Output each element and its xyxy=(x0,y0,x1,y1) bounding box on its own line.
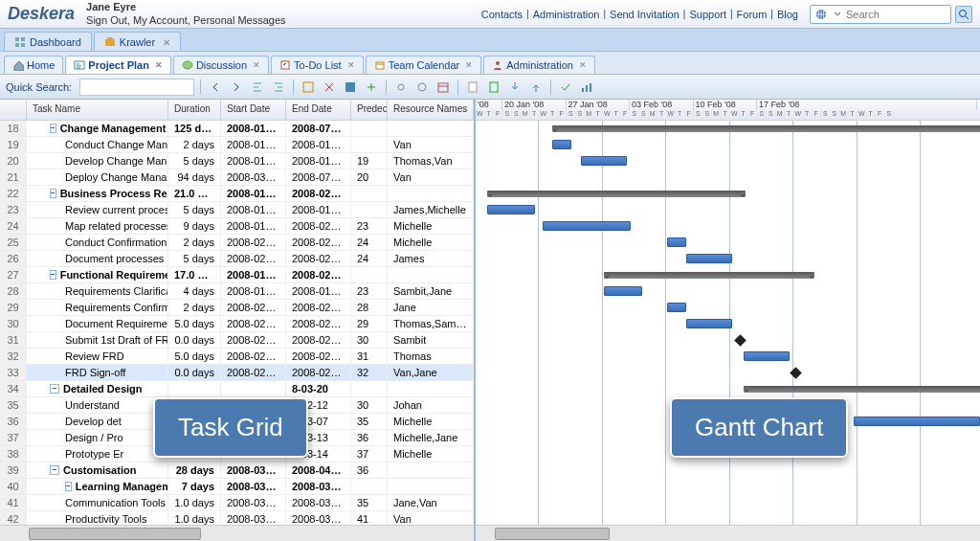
end-date[interactable]: 2008-02-05 xyxy=(286,235,351,250)
sub-tab-discussion[interactable]: Discussion✕ xyxy=(173,56,269,74)
gantt-row[interactable] xyxy=(476,267,980,283)
col-taskname[interactable]: Task Name xyxy=(27,100,168,120)
predecessor[interactable]: 35 xyxy=(351,495,388,510)
predecessor[interactable] xyxy=(351,479,388,494)
task-name[interactable]: Submit 1st Draft of FRD xyxy=(27,332,168,348)
predecessor[interactable]: 35 xyxy=(351,414,388,429)
predecessor[interactable]: 36 xyxy=(351,462,388,478)
duration[interactable]: 125 days xyxy=(168,121,221,136)
collapse-icon[interactable]: − xyxy=(50,124,56,133)
task-bar[interactable] xyxy=(581,156,627,166)
toolbar-btn-15[interactable] xyxy=(527,79,545,96)
start-date[interactable]: 2008-03-17 xyxy=(221,479,286,494)
duration[interactable]: 2 days xyxy=(168,235,221,250)
duration[interactable]: 1.0 days xyxy=(168,511,221,525)
duration[interactable]: 5.0 days xyxy=(168,316,221,331)
start-date[interactable]: 2008-02-12 xyxy=(221,332,286,348)
resources[interactable]: Thomas xyxy=(388,349,474,364)
start-date[interactable]: 2008-01-21 xyxy=(221,218,286,234)
close-icon[interactable]: ✕ xyxy=(155,60,163,70)
global-search[interactable] xyxy=(810,5,951,24)
duration[interactable]: 4 days xyxy=(168,283,221,299)
task-name[interactable]: Productivity Tools xyxy=(27,511,168,525)
predecessor[interactable]: 30 xyxy=(351,332,388,348)
resources[interactable]: Van xyxy=(388,137,474,152)
task-row[interactable]: 39−Customisation28 days2008-03-172008-04… xyxy=(0,462,474,479)
resources[interactable]: Jane,Van xyxy=(388,495,474,510)
gantt-body[interactable] xyxy=(476,121,980,541)
start-date[interactable]: 2008-02-06 xyxy=(221,251,286,266)
predecessor[interactable]: 23 xyxy=(351,218,388,234)
toolbar-btn-8[interactable] xyxy=(363,79,380,96)
grid-body[interactable]: 18−Change Management125 days2008-01-2220… xyxy=(0,121,474,525)
toolbar-btn-1[interactable] xyxy=(207,79,224,96)
start-date[interactable]: 2008-01-15 xyxy=(221,202,286,217)
close-icon[interactable]: ✕ xyxy=(253,60,260,70)
task-name[interactable]: Understand xyxy=(27,397,168,413)
task-row[interactable]: 26Document processes into Functio5 days2… xyxy=(0,251,474,267)
toolbar-btn-2[interactable] xyxy=(228,79,245,96)
duration[interactable]: 94 days xyxy=(168,169,221,185)
task-name[interactable]: Requirements Clarification Works xyxy=(27,283,168,299)
task-row[interactable]: 22−Business Process Re-engineerin21.0 da… xyxy=(0,186,474,202)
start-date[interactable]: 2008-02-04 xyxy=(221,300,286,315)
gantt-row[interactable] xyxy=(476,462,980,479)
end-date[interactable]: 2008-02-12 xyxy=(286,332,351,348)
task-name[interactable]: −Change Management xyxy=(27,121,168,136)
gantt-row[interactable] xyxy=(476,349,980,365)
resources[interactable]: Michelle xyxy=(388,218,474,234)
gantt-row[interactable] xyxy=(476,495,980,511)
duration[interactable]: 21.0 days xyxy=(168,186,221,201)
task-name[interactable]: Deploy Change Management Act xyxy=(27,169,168,185)
grid-scrollbar[interactable] xyxy=(0,525,474,541)
task-bar[interactable] xyxy=(744,351,790,361)
resources[interactable]: Sambit xyxy=(388,332,474,348)
duration[interactable]: 28 days xyxy=(168,462,221,478)
end-date[interactable]: 2008-03-17 xyxy=(286,495,351,510)
task-name[interactable]: −Business Process Re-engineerin xyxy=(27,186,168,201)
resources[interactable]: Michelle,Jane xyxy=(388,430,474,445)
resources[interactable]: Jane xyxy=(388,300,474,315)
end-date[interactable]: 8-03-20 xyxy=(286,381,351,396)
task-row[interactable]: 32Review FRD5.0 days2008-02-132008-02-19… xyxy=(0,349,474,365)
task-row[interactable]: 41Communication Tools1.0 days2008-03-172… xyxy=(0,495,474,511)
close-icon[interactable]: ✕ xyxy=(465,60,473,70)
gantt-row[interactable] xyxy=(476,365,980,381)
end-date[interactable]: 2008-01-23 xyxy=(286,137,351,152)
resources[interactable]: Michelle xyxy=(388,414,474,429)
duration[interactable]: 5.0 days xyxy=(168,349,221,364)
toolbar-btn-14[interactable] xyxy=(506,79,523,96)
summary-bar[interactable] xyxy=(552,125,980,132)
start-date[interactable]: 2008-02-19 xyxy=(221,365,286,380)
gantt-row[interactable] xyxy=(476,202,980,218)
gantt-row[interactable] xyxy=(476,186,980,202)
chevron-down-icon[interactable] xyxy=(834,11,841,18)
search-button[interactable] xyxy=(955,6,972,23)
duration[interactable]: 5 days xyxy=(168,251,221,266)
task-name[interactable]: −Functional Requirement Study xyxy=(27,267,168,282)
col-rownum[interactable] xyxy=(0,100,27,120)
end-date[interactable]: 2008-02-19 xyxy=(286,267,351,282)
predecessor[interactable]: 36 xyxy=(351,430,388,445)
gantt-scrollbar[interactable] xyxy=(476,525,980,541)
collapse-icon[interactable]: − xyxy=(50,270,56,280)
col-resources[interactable]: Resource Names xyxy=(388,100,474,120)
task-row[interactable]: 40−Learning Management Syste7 days2008-0… xyxy=(0,479,474,495)
start-date[interactable]: 2008-03-17 xyxy=(221,462,286,478)
end-date[interactable]: 2008-03-17 xyxy=(286,511,351,525)
toolbar-btn-3[interactable] xyxy=(249,79,266,96)
gantt-row[interactable] xyxy=(476,316,980,332)
predecessor[interactable]: 30 xyxy=(351,397,388,413)
duration[interactable]: 0.0 days xyxy=(168,365,221,380)
resources[interactable]: Van xyxy=(388,511,474,525)
predecessor[interactable]: 32 xyxy=(351,365,388,380)
sub-tab-project-plan[interactable]: Project Plan✕ xyxy=(65,56,171,74)
gantt-row[interactable] xyxy=(476,121,980,137)
user-links[interactable]: Sign Out, My Account, Personal Messages xyxy=(86,14,286,26)
start-date[interactable]: 2008-02-04 xyxy=(221,235,286,250)
task-row[interactable]: 18−Change Management125 days2008-01-2220… xyxy=(0,121,474,137)
nav-forum[interactable]: Forum xyxy=(737,9,768,20)
start-date[interactable]: 2008-03-05 xyxy=(221,169,286,185)
sub-tab-team-calendar[interactable]: Team Calendar✕ xyxy=(366,56,482,74)
task-row[interactable]: 27−Functional Requirement Study17.0 days… xyxy=(0,267,474,283)
